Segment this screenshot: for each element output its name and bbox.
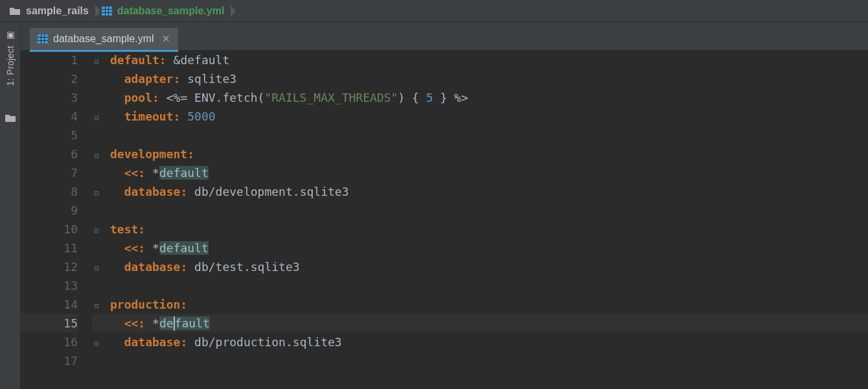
fold-open-icon[interactable]: ⊟: [92, 222, 101, 241]
editor-area: database_sample.yml ✕ 123456789101112131…: [21, 22, 868, 389]
fold-close-icon[interactable]: ⊟: [92, 109, 101, 128]
fold-cell: ⊟: [92, 220, 110, 239]
svg-rect-6: [38, 37, 48, 38]
svg-rect-8: [41, 34, 41, 43]
svg-rect-9: [44, 34, 45, 43]
svg-rect-1: [102, 9, 112, 10]
line-number: 3: [21, 88, 78, 107]
line-number-gutter: 1234567891011121314151617: [21, 51, 92, 389]
fold-cell: [92, 201, 110, 220]
breadcrumb-label: sample_rails: [26, 5, 89, 17]
line-number: 17: [21, 351, 78, 370]
fold-cell: ⊟: [92, 182, 110, 201]
code-line[interactable]: timeout: 5000: [110, 107, 868, 126]
fold-cell: [92, 314, 110, 333]
code-line[interactable]: pool: <%= ENV.fetch("RAILS_MAX_THREADS")…: [110, 88, 868, 107]
code-line[interactable]: production:: [110, 295, 868, 314]
line-number: 7: [21, 163, 78, 182]
code-line[interactable]: <<: *default: [110, 163, 868, 182]
folder-icon[interactable]: [5, 112, 16, 125]
folder-icon: [9, 6, 21, 16]
fold-open-icon[interactable]: ⊟: [92, 297, 101, 316]
table-icon: [38, 34, 48, 43]
code-line[interactable]: [110, 351, 868, 370]
breadcrumb-label: database_sample.yml: [117, 5, 224, 17]
breadcrumb: sample_rails database_sample.yml: [0, 0, 868, 22]
line-number: 9: [21, 201, 78, 220]
fold-cell: ⊟: [92, 257, 110, 276]
code-line[interactable]: development:: [110, 145, 868, 163]
line-number: 14: [21, 295, 78, 314]
editor-tab[interactable]: database_sample.yml ✕: [30, 28, 178, 50]
fold-gutter: ⊟ ⊟ ⊟ ⊟ ⊟ ⊟ ⊟ ⊟: [92, 51, 110, 389]
fold-cell: [92, 126, 110, 145]
line-number: 8: [21, 182, 78, 201]
fold-cell: ⊟: [92, 295, 110, 314]
code-editor[interactable]: 1234567891011121314151617 ⊟ ⊟ ⊟ ⊟ ⊟ ⊟ ⊟ …: [21, 51, 868, 389]
code-line[interactable]: database: db/development.sqlite3: [110, 182, 868, 201]
fold-cell: ⊟: [92, 145, 110, 163]
tab-label: database_sample.yml: [53, 33, 154, 45]
table-icon: [102, 6, 112, 16]
line-number: 11: [21, 239, 78, 257]
fold-close-icon[interactable]: ⊟: [92, 259, 101, 278]
line-number: 16: [21, 333, 78, 351]
code-line[interactable]: database: db/production.sqlite3: [110, 333, 868, 351]
code-line[interactable]: default: &default: [110, 51, 868, 69]
svg-rect-5: [38, 34, 48, 43]
code-line[interactable]: <<: *default: [110, 239, 868, 257]
fold-close-icon[interactable]: ⊟: [92, 184, 101, 203]
tool-tab-project[interactable]: 1: Project ▣: [5, 31, 16, 86]
close-icon[interactable]: ✕: [162, 33, 170, 45]
code-line[interactable]: <<: *default: [110, 314, 868, 333]
code-line[interactable]: [110, 126, 868, 145]
fold-cell: ⊟: [92, 333, 110, 351]
line-number: 4: [21, 107, 78, 126]
line-number: 10: [21, 220, 78, 239]
svg-rect-4: [108, 6, 109, 16]
code-line[interactable]: adapter: sqlite3: [110, 69, 868, 88]
code-content[interactable]: default: &default adapter: sqlite3 pool:…: [110, 51, 868, 389]
minimize-icon: ▣: [5, 31, 16, 41]
fold-cell: ⊟: [92, 107, 110, 126]
line-number: 2: [21, 69, 78, 88]
svg-rect-0: [102, 6, 112, 16]
fold-cell: ⊟: [92, 51, 110, 69]
svg-rect-2: [102, 12, 112, 13]
line-number: 13: [21, 276, 78, 295]
code-line[interactable]: [110, 276, 868, 295]
svg-rect-3: [105, 6, 106, 16]
fold-cell: [92, 239, 110, 257]
line-number: 15: [21, 314, 78, 333]
editor-tab-bar: database_sample.yml ✕: [21, 22, 868, 51]
code-line[interactable]: test:: [110, 220, 868, 239]
fold-cell: [92, 351, 110, 370]
line-number: 1: [21, 51, 78, 69]
tool-window-strip: 1: Project ▣: [0, 22, 21, 389]
fold-cell: [92, 163, 110, 182]
fold-open-icon[interactable]: ⊟: [92, 53, 101, 71]
svg-rect-7: [38, 40, 48, 41]
line-number: 5: [21, 126, 78, 145]
code-line[interactable]: [110, 201, 868, 220]
fold-open-icon[interactable]: ⊟: [92, 147, 101, 165]
breadcrumb-item-file[interactable]: database_sample.yml: [98, 2, 233, 20]
line-number: 6: [21, 145, 78, 163]
fold-close-icon[interactable]: ⊟: [92, 335, 101, 353]
fold-cell: [92, 69, 110, 88]
fold-cell: [92, 88, 110, 107]
code-line[interactable]: database: db/test.sqlite3: [110, 257, 868, 276]
fold-cell: [92, 276, 110, 295]
line-number: 12: [21, 257, 78, 276]
breadcrumb-item-project[interactable]: sample_rails: [5, 2, 98, 20]
